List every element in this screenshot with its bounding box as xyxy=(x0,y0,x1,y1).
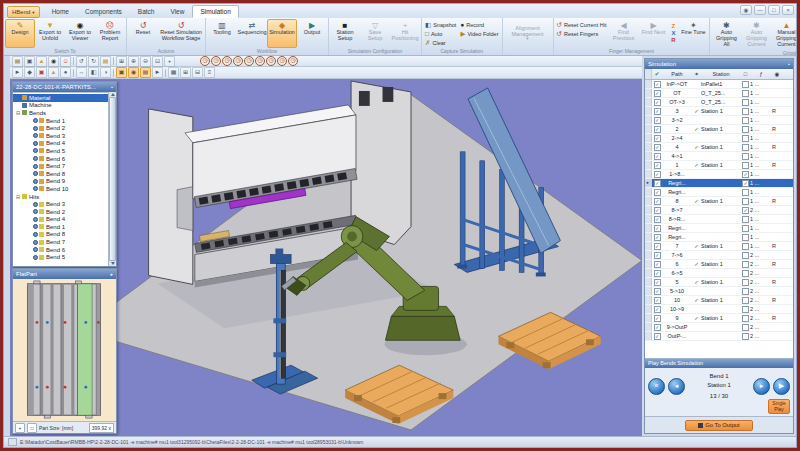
option-checkbox[interactable] xyxy=(742,126,749,133)
tree-item[interactable]: Bend 7 xyxy=(13,162,116,170)
pin-icon[interactable]: ▪ xyxy=(788,59,790,69)
reset-simulation-workflow-stage-button[interactable]: ↺Reset Simulation Workflow Stage xyxy=(158,19,204,48)
tree-item[interactable]: Machine xyxy=(13,102,116,110)
option-checkbox[interactable] xyxy=(742,162,749,169)
row-handle[interactable] xyxy=(645,125,652,133)
settings-icon[interactable]: ≡ xyxy=(204,67,215,78)
option-checkbox[interactable] xyxy=(742,234,749,241)
simulation-row[interactable]: 9->OutP 2 ... xyxy=(645,323,793,332)
option-checkbox[interactable] xyxy=(742,306,749,313)
simulation-row[interactable]: OT O_T_25... 1 ... xyxy=(645,89,793,98)
row-checkbox[interactable] xyxy=(654,189,661,196)
simulation-row[interactable]: 8 ✓ Station 1 1 ... R xyxy=(645,197,793,206)
find-next-button[interactable]: ▶Find Next xyxy=(638,19,668,48)
tree-item[interactable]: Bend 5 xyxy=(13,147,116,155)
auto-gripping-current-button[interactable]: ✱Auto Gripping Current xyxy=(741,19,771,50)
fine-tune-button[interactable]: ✦ Fine Tune xyxy=(678,19,708,48)
reset-current-hit-button[interactable]: ↺Reset Current Hit xyxy=(555,20,609,29)
simulation-row[interactable]: 3->2 1 ... xyxy=(645,116,793,125)
robot-icon[interactable]: ● xyxy=(60,67,71,78)
export-to-unfold-button[interactable]: ▼Export to Unfold xyxy=(35,19,65,48)
simulation-row[interactable]: Regri... 1 ... xyxy=(645,188,793,197)
output-button[interactable]: ▶Output xyxy=(297,19,327,48)
simulation-row[interactable]: 9 ✓ Station 1 2 ... R xyxy=(645,314,793,323)
first-hit-button[interactable]: « xyxy=(648,378,665,395)
tree-item[interactable]: Bend 9 xyxy=(13,178,116,186)
tree-item[interactable]: Bend 2 xyxy=(13,124,116,132)
view-angle-icon[interactable]: ◷ xyxy=(266,56,276,66)
row-handle[interactable] xyxy=(645,98,652,106)
toolbar-icon[interactable] xyxy=(113,69,114,77)
next-hit-button[interactable]: ▸ xyxy=(753,378,770,395)
auto-button[interactable]: □Auto xyxy=(423,29,458,38)
mirror-icon[interactable]: ◑ xyxy=(100,67,111,78)
play-icon[interactable]: ► xyxy=(152,67,163,78)
row-handle[interactable] xyxy=(645,251,652,259)
option-checkbox[interactable] xyxy=(742,333,749,340)
row-checkbox[interactable] xyxy=(654,198,661,205)
app-menu-button[interactable]: HBend ▾ xyxy=(7,6,40,18)
design-button[interactable]: ✎Design xyxy=(5,19,35,48)
row-checkbox[interactable] xyxy=(654,126,661,133)
simulation-panel-header[interactable]: Simulation ▪ xyxy=(645,59,793,69)
row-handle[interactable] xyxy=(645,260,652,268)
tree-item[interactable]: ⊟ Bends xyxy=(13,109,116,117)
row-handle[interactable] xyxy=(645,143,652,151)
row-checkbox[interactable] xyxy=(654,171,661,178)
toolbar-icon[interactable] xyxy=(165,69,166,77)
tree-item[interactable]: Bend 1 xyxy=(13,223,116,231)
video-icon[interactable]: ▤ xyxy=(140,67,151,78)
option-checkbox[interactable] xyxy=(742,135,749,142)
row-handle[interactable] xyxy=(645,107,652,115)
redo-icon[interactable]: ↻ xyxy=(88,56,99,67)
option-checkbox[interactable] xyxy=(742,207,749,214)
tooling-button[interactable]: ▥Tooling xyxy=(207,19,237,48)
viewport-3d[interactable]: 22-28-DC-101-K-PARTKITS... ▪ Material xyxy=(10,79,642,436)
row-checkbox[interactable] xyxy=(654,324,661,331)
simulation-row[interactable]: 5->10 2 ... xyxy=(645,287,793,296)
row-handle[interactable] xyxy=(645,152,652,160)
option-checkbox[interactable] xyxy=(742,261,749,268)
open-icon[interactable]: ▤ xyxy=(12,56,23,67)
option-checkbox[interactable] xyxy=(742,324,749,331)
row-checkbox[interactable] xyxy=(654,225,661,232)
view-angle-icon[interactable]: ◷ xyxy=(255,56,265,66)
part-tree-header[interactable]: 22-28-DC-101-K-PARTKITS... ▪ xyxy=(13,82,116,92)
simulation-row[interactable]: 8->R... 1 ... xyxy=(645,215,793,224)
row-checkbox[interactable] xyxy=(654,279,661,286)
option-checkbox[interactable] xyxy=(742,153,749,160)
row-handle[interactable] xyxy=(645,188,652,196)
simulation-row[interactable]: 3 ✓ Station 1 1 ... R xyxy=(645,107,793,116)
simulation-row[interactable]: 7->6 2 ... xyxy=(645,251,793,260)
view-angle-icon[interactable]: ◷ xyxy=(222,56,232,66)
select-icon[interactable]: ► xyxy=(12,67,23,78)
minimize-button[interactable]: — xyxy=(754,5,766,15)
row-checkbox[interactable] xyxy=(654,153,661,160)
view-angle-icon[interactable]: ◷ xyxy=(211,56,221,66)
machine-red-icon[interactable]: ▣ xyxy=(36,67,47,78)
tree-scrollbar[interactable] xyxy=(108,92,116,266)
row-checkbox[interactable] xyxy=(654,252,661,259)
option-checkbox[interactable] xyxy=(742,117,749,124)
simulation-row[interactable]: 10 ✓ Station 1 2 ... R xyxy=(645,296,793,305)
row-checkbox[interactable] xyxy=(654,261,661,268)
row-checkbox[interactable] xyxy=(654,270,661,277)
row-handle[interactable]: ▸ xyxy=(645,179,652,187)
row-handle[interactable] xyxy=(645,233,652,241)
simulation-row[interactable]: 6 ✓ Station 1 2 ... R xyxy=(645,260,793,269)
row-handle[interactable] xyxy=(645,242,652,250)
tree-item[interactable]: Bend 3 xyxy=(13,132,116,140)
snapshot-icon[interactable]: ▣ xyxy=(116,67,127,78)
row-handle[interactable] xyxy=(645,89,652,97)
option-checkbox[interactable] xyxy=(742,243,749,250)
scroll-down-icon[interactable] xyxy=(111,262,115,265)
option-checkbox[interactable] xyxy=(742,216,749,223)
option-checkbox[interactable] xyxy=(742,252,749,259)
tree-item[interactable]: Bend 6 xyxy=(13,155,116,163)
tree-item[interactable]: Bend 3 xyxy=(13,200,116,208)
simulation-row[interactable]: 1 ✓ Station 1 1 ... R xyxy=(645,161,793,170)
simulation-row[interactable]: OutP-... 2 ... xyxy=(645,332,793,341)
tree-item[interactable]: Bend 1 xyxy=(13,117,116,125)
simulation-row[interactable]: 8->7 2 ... xyxy=(645,206,793,215)
simulation-row[interactable]: 7 ✓ Station 1 1 ... R xyxy=(645,242,793,251)
